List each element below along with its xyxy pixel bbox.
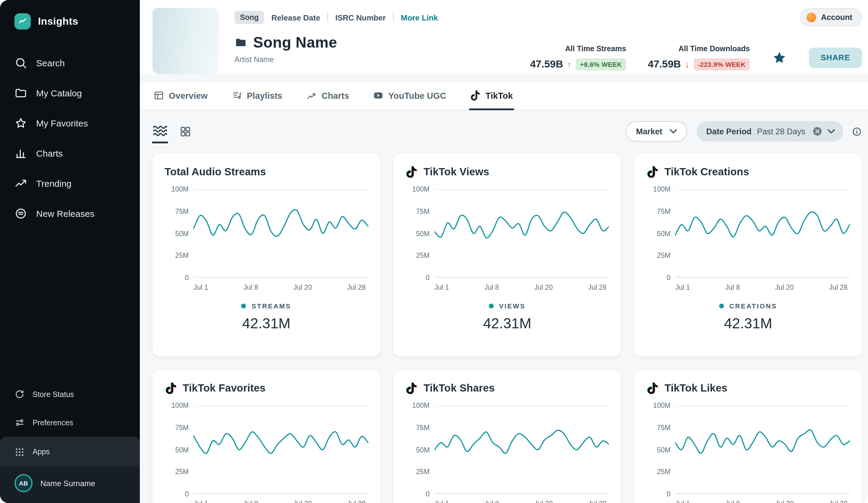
folder-icon — [14, 86, 27, 99]
y-axis-label: 100M — [653, 186, 671, 193]
card-title: TikTok Views — [423, 166, 489, 178]
tab-overview[interactable]: Overview — [153, 83, 209, 109]
date-period-label: Date Period — [706, 127, 751, 136]
insights-app: Insights Search My Catalog My Favorites … — [0, 0, 868, 503]
x-axis: Jul 1Jul 8Jul 20Jul 28 — [675, 284, 847, 291]
x-axis-label: Jul 8 — [244, 500, 258, 503]
sidebar-item-trending[interactable]: Trending — [0, 168, 140, 198]
account-label: Account — [821, 13, 852, 22]
user-name: Name Surname — [40, 479, 95, 488]
chart-line — [675, 430, 850, 453]
sidebar-item-my-catalog[interactable]: My Catalog — [0, 78, 140, 108]
share-button[interactable]: SHARE — [809, 47, 862, 68]
table-icon — [154, 90, 164, 101]
app-logo[interactable]: Insights — [0, 0, 140, 44]
sidebar-item-label: Charts — [36, 148, 63, 158]
search-icon — [14, 56, 27, 69]
view-toggle-waves[interactable] — [153, 124, 167, 138]
plot-area — [194, 406, 368, 494]
sidebar-item-apps[interactable]: Apps — [0, 437, 140, 467]
sidebar-item-my-favorites[interactable]: My Favorites — [0, 108, 140, 138]
y-axis-label: 25M — [175, 468, 189, 475]
x-axis-label: Jul 28 — [347, 284, 365, 291]
stat-all-time-downloads: All Time Downloads 47.59B ↓ -223.9% WEEK — [648, 44, 750, 71]
x-axis-label: Jul 28 — [829, 284, 847, 291]
card-title: Total Audio Streams — [165, 166, 266, 178]
sidebar-item-label: Apps — [32, 448, 50, 456]
artist-name: Artist Name — [235, 55, 438, 64]
line-chart: 100M75M50M25M0 — [165, 189, 368, 278]
song-meta-row: Song Release Date ISRC Number More Link — [235, 11, 438, 24]
x-axis-label: Jul 28 — [588, 284, 606, 291]
info-icon[interactable] — [852, 126, 862, 136]
chart-line — [194, 432, 368, 453]
date-period-value: Past 28 Days — [757, 127, 805, 136]
x-axis-label: Jul 1 — [194, 284, 208, 291]
chart-line — [194, 210, 368, 237]
tab-playlists[interactable]: Playlists — [230, 83, 283, 109]
x-axis: Jul 1Jul 8Jul 20Jul 28 — [434, 500, 606, 503]
x-axis-label: Jul 1 — [194, 500, 208, 503]
sidebar-item-preferences[interactable]: Preferences — [0, 408, 140, 437]
chart-line — [675, 212, 850, 237]
song-type-badge: Song — [235, 11, 264, 24]
y-axis-label: 50M — [657, 230, 671, 237]
tab-charts[interactable]: Charts — [305, 83, 351, 109]
x-axis-label: Jul 20 — [293, 500, 312, 503]
tab-bar: Overview Playlists Charts YouTube UGC Ti… — [140, 83, 868, 110]
stat-value: 47.59B — [530, 59, 563, 71]
more-link[interactable]: More Link — [401, 13, 438, 22]
y-axis-label: 0 — [185, 490, 189, 497]
market-dropdown[interactable]: Market — [626, 121, 687, 142]
chart-arrow-icon — [307, 90, 317, 101]
chart-card: TikTok Favorites 100M75M50M25M0 Jul 1Jul… — [153, 370, 380, 503]
legend-label: CREATIONS — [730, 302, 777, 310]
tab-youtube-ugc[interactable]: YouTube UGC — [372, 83, 447, 109]
sidebar-item-store-status[interactable]: Store Status — [0, 380, 140, 408]
x-axis-label: Jul 8 — [484, 500, 499, 503]
plot-area — [434, 406, 609, 494]
sidebar-item-search[interactable]: Search — [0, 48, 140, 78]
tab-label: Playlists — [247, 91, 282, 100]
dashboard-content: Market Date Period Past 28 Days — [140, 110, 868, 503]
tab-tiktok[interactable]: TikTok — [469, 83, 514, 109]
y-axis-label: 75M — [416, 424, 430, 431]
plot-area — [675, 189, 850, 278]
y-axis-label: 50M — [175, 230, 189, 237]
card-title: TikTok Shares — [423, 382, 495, 395]
sidebar-item-label: Search — [36, 57, 65, 68]
tab-label: TikTok — [486, 91, 513, 100]
chart-card: TikTok Likes 100M75M50M25M0 Jul 1Jul 8Ju… — [634, 370, 862, 503]
card-value: 42.31M — [405, 315, 609, 332]
card-value: 42.31M — [647, 315, 850, 332]
y-axis-label: 50M — [657, 446, 671, 453]
legend-label: STREAMS — [252, 302, 291, 310]
account-button[interactable]: Account — [800, 8, 862, 27]
sidebar-item-label: Trending — [36, 178, 71, 188]
x-axis-label: Jul 1 — [675, 284, 690, 291]
user-profile[interactable]: AB Name Surname — [0, 467, 140, 503]
favorite-star-button[interactable] — [772, 50, 787, 65]
status-badge: +8.6% WEEK — [576, 59, 626, 71]
status-badge: -223.9% WEEK — [693, 59, 750, 71]
chevron-down-icon — [828, 129, 835, 134]
trending-up-icon — [14, 177, 27, 189]
card-title: TikTok Favorites — [183, 382, 266, 395]
sidebar-item-charts[interactable]: Charts — [0, 138, 140, 168]
tiktok-icon — [165, 382, 177, 394]
y-axis-label: 25M — [416, 468, 430, 475]
x-axis: Jul 1Jul 8Jul 20Jul 28 — [675, 500, 847, 503]
x-axis: Jul 1Jul 8Jul 20Jul 28 — [194, 500, 365, 503]
tiktok-icon — [471, 90, 481, 101]
stat-label: All Time Streams — [530, 44, 626, 53]
x-axis-label: Jul 20 — [775, 500, 794, 503]
y-axis-label: 50M — [416, 230, 430, 237]
sidebar-item-label: My Catalog — [36, 88, 82, 98]
sidebar-item-new-releases[interactable]: New Releases — [0, 198, 140, 228]
folder-icon — [235, 36, 247, 49]
view-toggle-grid[interactable] — [180, 126, 191, 137]
date-period-dropdown[interactable]: Date Period Past 28 Days — [696, 121, 843, 142]
trend-up-icon: ↑ — [567, 60, 571, 69]
clear-filter-icon[interactable] — [813, 126, 822, 136]
y-axis: 100M75M50M25M0 — [405, 189, 430, 278]
